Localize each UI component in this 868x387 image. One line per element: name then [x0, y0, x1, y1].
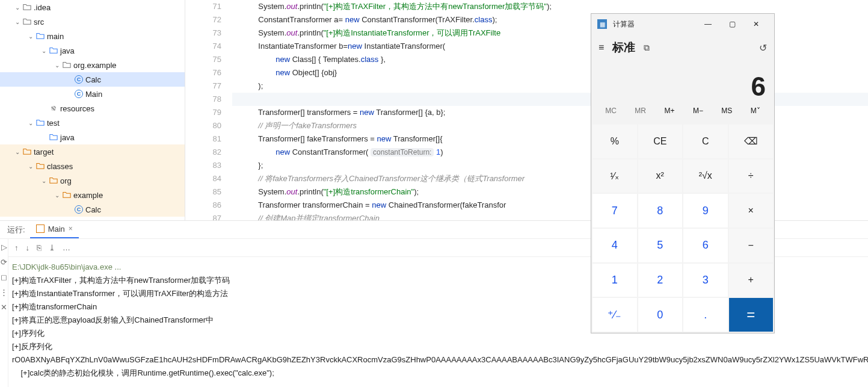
- calc-key-=[interactable]: =: [729, 298, 774, 332]
- console-toolbar-button[interactable]: ↓: [26, 243, 30, 252]
- calc-key-.[interactable]: .: [683, 298, 728, 332]
- tree-label: Main: [84, 90, 102, 99]
- keep-on-top-icon[interactable]: ⧉: [644, 43, 650, 53]
- memory-ms[interactable]: MS: [721, 107, 732, 123]
- calc-key-7[interactable]: 7: [593, 194, 637, 228]
- calc-key-6[interactable]: 6: [683, 229, 728, 262]
- chevron-icon[interactable]: ⌄: [13, 4, 22, 11]
- tree-item-calc[interactable]: CCalc: [0, 72, 185, 87]
- tree-label: org.example: [72, 61, 117, 70]
- tree-label: classes: [46, 162, 73, 171]
- calc-key-9[interactable]: 9: [683, 194, 728, 228]
- chevron-icon[interactable]: ⌄: [13, 19, 22, 25]
- tree-label: org: [59, 176, 72, 185]
- tool-strip-button[interactable]: ⋮: [0, 288, 8, 297]
- history-icon[interactable]: ↺: [759, 42, 767, 54]
- tree-item-org[interactable]: ⌄org: [0, 173, 185, 188]
- chevron-icon[interactable]: ⌄: [13, 149, 22, 155]
- calc-key-0[interactable]: 0: [638, 298, 683, 332]
- calc-key-⁺⁄₋[interactable]: ⁺⁄₋: [593, 298, 637, 332]
- tree-label: .idea: [32, 3, 51, 12]
- maximize-button[interactable]: ▢: [720, 15, 744, 33]
- calc-key-%[interactable]: %: [593, 125, 637, 158]
- code-line-71[interactable]: System.out.println("[+]构造TrAXFilter，其构造方…: [232, 0, 868, 13]
- console-toolbar-button[interactable]: ⎘: [37, 243, 42, 252]
- console-toolbar-button[interactable]: ⤓: [49, 243, 55, 252]
- calc-key-2[interactable]: 2: [638, 264, 683, 297]
- tree-item-main[interactable]: CMain: [0, 87, 185, 101]
- calc-key-1[interactable]: 1: [593, 264, 637, 297]
- chevron-icon[interactable]: ⌄: [26, 120, 35, 126]
- tree-item-calc[interactable]: CCalc: [0, 202, 185, 217]
- tree-item-classes[interactable]: ⌄classes: [0, 159, 185, 173]
- calculator-titlebar[interactable]: ▦ 计算器 — ▢ ✕: [591, 14, 774, 34]
- calc-key-×[interactable]: ×: [729, 194, 774, 228]
- class-icon: C: [75, 205, 83, 214]
- chevron-icon[interactable]: ⌄: [26, 33, 35, 40]
- chevron-icon[interactable]: ⌄: [53, 62, 61, 69]
- tree-item-example[interactable]: ⌄example: [0, 188, 185, 202]
- chevron-icon[interactable]: ⌄: [26, 163, 35, 170]
- folder-icon: [23, 2, 31, 13]
- calculator-display: 6: [591, 61, 774, 107]
- memory-m[interactable]: M+: [664, 107, 674, 123]
- folder-icon: [63, 60, 71, 70]
- calc-key-¹⁄ₓ[interactable]: ¹⁄ₓ: [593, 159, 637, 193]
- tree-item-test[interactable]: ⌄test: [0, 116, 185, 130]
- calculator-window: ▦ 计算器 — ▢ ✕ ≡ 标准 ⧉ ↺ 6 MCMRM+M−MSM˅ %CEC…: [591, 13, 775, 333]
- calc-key-÷[interactable]: ÷: [729, 159, 774, 193]
- console-line: rO0ABXNyABFqYXZhLnV0aWwuSGFzaE1hcAUH2sHD…: [12, 353, 868, 367]
- tab-label: Main: [48, 224, 65, 234]
- tree-label: example: [72, 191, 103, 200]
- minimize-button[interactable]: —: [696, 15, 720, 33]
- resources-icon: [51, 106, 56, 111]
- memory-m[interactable]: M−: [693, 107, 703, 123]
- run-tab-main[interactable]: Main ×: [30, 221, 79, 239]
- calc-key-²√x[interactable]: ²√x: [683, 159, 728, 193]
- chevron-icon[interactable]: ⌄: [40, 178, 48, 184]
- tree-label: Calc: [84, 75, 101, 84]
- console-line: [+]calc类的静态初始化模块，调用Runtime.getRuntime().…: [12, 367, 868, 380]
- folder-icon: [63, 190, 71, 200]
- chevron-icon[interactable]: ⌄: [53, 192, 61, 199]
- calc-key-CE[interactable]: CE: [638, 125, 683, 158]
- calculator-keypad: %CEC⌫¹⁄ₓx²²√x÷789×456−123+⁺⁄₋0.=: [591, 123, 774, 333]
- console-toolbar-button[interactable]: ↑: [14, 243, 19, 252]
- tree-item-java[interactable]: ⌄java: [0, 43, 185, 58]
- tree-item--idea[interactable]: ⌄.idea: [0, 0, 185, 14]
- tool-strip-button[interactable]: ⟳: [1, 258, 7, 267]
- java-file-icon: [36, 224, 45, 233]
- tool-strip-button[interactable]: ▷: [1, 243, 7, 252]
- folder-icon: [49, 132, 58, 143]
- calc-key-4[interactable]: 4: [593, 229, 637, 262]
- close-button[interactable]: ✕: [744, 15, 768, 33]
- calc-key-5[interactable]: 5: [638, 229, 683, 262]
- chevron-icon[interactable]: ⌄: [40, 48, 48, 54]
- calculator-app-icon: ▦: [597, 19, 607, 29]
- calc-key-+[interactable]: +: [729, 264, 774, 297]
- hamburger-icon[interactable]: ≡: [599, 42, 604, 53]
- memory-mc: MC: [605, 107, 617, 123]
- tree-item-java[interactable]: java: [0, 130, 185, 144]
- tree-item-org-example[interactable]: ⌄org.example: [0, 58, 185, 72]
- calc-key-x²[interactable]: x²: [638, 159, 683, 193]
- class-icon: C: [75, 90, 83, 98]
- calc-key-⌫[interactable]: ⌫: [729, 125, 774, 158]
- calc-key-C[interactable]: C: [683, 125, 728, 158]
- console-toolbar-button[interactable]: …: [63, 243, 70, 252]
- tree-item-target[interactable]: ⌄target: [0, 144, 185, 159]
- tool-strip-button[interactable]: ◻: [1, 273, 7, 282]
- calc-key-−[interactable]: −: [729, 229, 774, 262]
- tree-label: Calc: [84, 205, 101, 214]
- class-icon: C: [75, 75, 83, 84]
- close-icon[interactable]: ×: [69, 224, 73, 233]
- memory-m[interactable]: M˅: [751, 107, 760, 123]
- tool-strip-button[interactable]: ✕: [1, 303, 7, 312]
- calc-key-8[interactable]: 8: [638, 194, 683, 228]
- tree-item-resources[interactable]: resources: [0, 101, 185, 116]
- tree-item-src[interactable]: ⌄src: [0, 14, 185, 29]
- folder-icon: [36, 31, 45, 42]
- calc-key-3[interactable]: 3: [683, 264, 728, 297]
- tree-item-main[interactable]: ⌄main: [0, 29, 185, 43]
- calculator-title: 计算器: [613, 19, 696, 29]
